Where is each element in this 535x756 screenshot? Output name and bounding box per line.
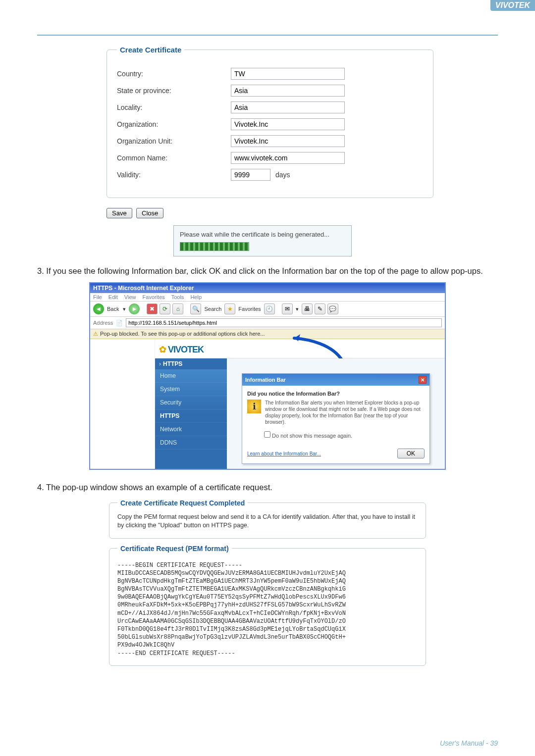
home-icon[interactable]: ⌂ (172, 303, 183, 314)
menu-file[interactable]: File (93, 294, 102, 300)
page-favicon-icon: 📄 (116, 320, 123, 326)
sidebar-item-security[interactable]: Security (155, 396, 227, 409)
gear-icon: ✿ (159, 345, 166, 354)
favorites-label[interactable]: Favorites (238, 306, 261, 312)
row-org: Organization: (117, 118, 423, 130)
dialog-title-bar: Information Bar ✕ (242, 374, 429, 386)
sidebar: HTTPS Home System Security HTTPS Network… (155, 358, 227, 469)
ie-window: HTTPS - Microsoft Internet Explorer File… (89, 282, 446, 470)
back-dropdown-icon[interactable]: ▾ (123, 306, 126, 312)
ie-title-bar: HTTPS - Microsoft Internet Explorer (90, 283, 445, 293)
create-cert-legend: Create Certificate (117, 46, 184, 54)
row-cn: Common Name: (117, 152, 423, 164)
ok-button[interactable]: OK (397, 449, 425, 458)
info-icon: ℹ (247, 400, 261, 413)
progress-bar (180, 242, 249, 251)
input-country[interactable] (231, 68, 345, 80)
menu-edit[interactable]: Edit (108, 294, 118, 300)
address-label: Address (93, 320, 113, 326)
row-locality: Locality: (117, 101, 423, 113)
generating-status-box: Please wait while the certificate is bei… (173, 225, 352, 256)
input-org[interactable] (231, 118, 345, 130)
label-days: days (275, 171, 290, 179)
favorites-icon[interactable]: ★ (224, 303, 235, 314)
stop-icon[interactable]: ✖ (147, 303, 158, 314)
address-bar: Address 📄 (90, 317, 445, 329)
cert-request-pem-panel: Certificate Request (PEM format) -----BE… (109, 545, 426, 666)
dialog-checkbox-label: Do not show this message again. (272, 433, 352, 439)
input-validity[interactable] (231, 169, 270, 181)
footer-label: User's Manual - (440, 739, 490, 747)
print-icon[interactable]: 🖶 (302, 303, 313, 314)
dialog-question: Did you notice the Information Bar? (247, 391, 425, 397)
ie-toolbar: ◄ Back ▾ ► ✖ ⟳ ⌂ 🔍 Search ★ Favorites 🕘 … (90, 302, 445, 317)
label-validity: Validity: (117, 171, 231, 179)
sidebar-item-home[interactable]: Home (155, 369, 227, 383)
header-divider (37, 35, 498, 36)
row-orgunit: Organization Unit: (117, 135, 423, 147)
menu-favorites[interactable]: Favorites (143, 294, 165, 300)
history-icon[interactable]: 🕘 (264, 303, 275, 314)
input-state[interactable] (231, 85, 345, 97)
label-state: State or province: (117, 87, 231, 95)
cert-req-legend1: Create Certificate Request Completed (117, 499, 248, 507)
save-button[interactable]: Save (107, 208, 132, 218)
ie-main-area: Information Bar ✕ Did you notice the Inf… (227, 358, 445, 469)
breadcrumb-https: HTTPS (155, 358, 227, 369)
label-country: Country: (117, 70, 231, 78)
cert-request-completed-panel: Create Certificate Request Completed Cop… (109, 499, 426, 539)
step4-text: 4. The pop-up window shows an example of… (37, 482, 498, 493)
label-locality: Locality: (117, 103, 231, 111)
back-label[interactable]: Back (107, 306, 119, 312)
popup-blocked-bar[interactable]: Pop-up blocked. To see this pop-up or ad… (90, 329, 445, 339)
ie-left-margin (90, 339, 155, 469)
label-org: Organization: (117, 120, 231, 128)
footer-page: 39 (490, 739, 498, 747)
refresh-icon[interactable]: ⟳ (160, 303, 170, 314)
menu-view[interactable]: View (124, 294, 136, 300)
back-icon[interactable]: ◄ (93, 303, 104, 314)
information-bar-dialog: Information Bar ✕ Did you notice the Inf… (242, 373, 430, 464)
row-country: Country: (117, 68, 423, 80)
footer: User's Manual - 39 (440, 739, 498, 747)
mail-dropdown-icon[interactable]: ▾ (296, 306, 299, 312)
label-cn: Common Name: (117, 154, 231, 162)
dialog-body-text: The Information Bar alerts you when Inte… (265, 400, 425, 425)
sidebar-item-system[interactable]: System (155, 383, 227, 396)
row-state: State or province: (117, 85, 423, 97)
menu-tools[interactable]: Tools (171, 294, 184, 300)
dialog-checkbox[interactable] (264, 431, 270, 438)
forward-icon[interactable]: ► (129, 303, 140, 314)
close-icon[interactable]: ✕ (419, 376, 427, 384)
dialog-title-text: Information Bar (245, 377, 286, 383)
sidebar-item-network[interactable]: Network (155, 423, 227, 436)
input-orgunit[interactable] (231, 135, 345, 147)
address-input[interactable] (126, 318, 442, 327)
menu-help[interactable]: Help (190, 294, 202, 300)
edit-icon[interactable]: ✎ (315, 303, 325, 314)
brand-badge: VIVOTEK (490, 0, 535, 11)
input-locality[interactable] (231, 101, 345, 113)
discuss-icon[interactable]: 💬 (327, 303, 338, 314)
vivotek-logo: ✿ VIVOTEK (155, 339, 445, 358)
close-button[interactable]: Close (136, 208, 163, 218)
row-validity: Validity: days (117, 169, 423, 181)
label-orgunit: Organization Unit: (117, 137, 231, 145)
pem-text: -----BEGIN CERTIFICATE REQUEST----- MIIB… (117, 561, 418, 657)
search-label[interactable]: Search (204, 306, 221, 312)
step3-text: 3. If you see the following Information … (37, 265, 498, 276)
create-certificate-panel: Create Certificate Country: State or pro… (107, 46, 433, 198)
mail-icon[interactable]: ✉ (282, 303, 293, 314)
ie-menu-bar: File Edit View Favorites Tools Help (90, 293, 445, 302)
cert-req-legend2: Certificate Request (PEM format) (117, 545, 232, 553)
sidebar-item-https[interactable]: HTTPS (155, 409, 227, 423)
sidebar-item-ddns[interactable]: DDNS (155, 436, 227, 450)
dialog-learn-link[interactable]: Learn about the Information Bar... (247, 451, 321, 456)
search-icon[interactable]: 🔍 (190, 303, 201, 314)
generating-text: Please wait while the certificate is bei… (180, 231, 345, 238)
input-cn[interactable] (231, 152, 345, 164)
cert-req-desc: Copy the PEM format request below and se… (117, 513, 418, 530)
vivotek-logo-text: VIVOTEK (168, 345, 204, 354)
